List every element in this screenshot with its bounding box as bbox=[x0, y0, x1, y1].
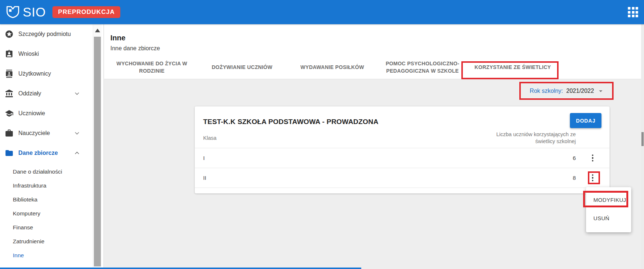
liczba-cell: 6 bbox=[484, 155, 576, 161]
bottom-blue-strip bbox=[0, 268, 361, 269]
sidebar-subitem-finanse[interactable]: Finanse bbox=[0, 221, 103, 235]
chevron-down-icon bbox=[73, 130, 81, 137]
menu-item-modyfikuj[interactable]: MODYFIKUJ bbox=[586, 191, 631, 208]
sidebar-nav: Szczegóły podmiotu Wnioski Użytkownicy O… bbox=[0, 24, 104, 269]
sidebar-submenu-dane-zbiorcze: Dane o działalności Infrastruktura Bibli… bbox=[0, 165, 103, 262]
school-card-title: TEST-K.K SZKOŁA PODSTAWOWA - PROWADZONA bbox=[203, 118, 378, 126]
chevron-up-icon bbox=[73, 149, 81, 157]
sidebar-item-wnioski[interactable]: Wnioski bbox=[0, 44, 103, 64]
sidebar-scrollbar-thumb[interactable] bbox=[94, 37, 101, 266]
page-scrollbar-thumb[interactable] bbox=[641, 132, 644, 146]
tab-pomoc-psychologiczno-pedagogiczna[interactable]: POMOC PSYCHOLOGICZNO-PEDAGOGICZNA W SZKO… bbox=[377, 55, 468, 79]
table-row: II 8 bbox=[195, 168, 610, 188]
dodaj-button[interactable]: DODAJ bbox=[570, 113, 601, 128]
tab-bar: WYCHOWANIE DO ŻYCIA W RODZINIE DOŻYWIANI… bbox=[107, 55, 558, 79]
klasa-cell: II bbox=[195, 175, 484, 181]
school-data-card: TEST-K.K SZKOŁA PODSTAWOWA - PROWADZONA … bbox=[195, 106, 610, 193]
folder-icon bbox=[5, 149, 14, 157]
sidebar-item-dane-zbiorcze[interactable]: Dane zbiorcze bbox=[0, 143, 103, 163]
klasa-cell: I bbox=[195, 155, 484, 161]
sidebar-item-uczniowie[interactable]: Uczniowie bbox=[0, 103, 103, 123]
sidebar-item-oddzialy[interactable]: Oddziały bbox=[0, 84, 103, 103]
liczba-cell: 8 bbox=[484, 175, 576, 181]
row-2-kebab-menu-icon[interactable] bbox=[587, 172, 598, 184]
sidebar-item-uzytkownicy[interactable]: Użytkownicy bbox=[0, 64, 103, 84]
chevron-down-icon bbox=[73, 90, 81, 97]
scroll-up-arrow-icon[interactable] bbox=[95, 29, 100, 32]
sidebar-item-label: Szczegóły podmiotu bbox=[18, 31, 71, 37]
contact-card-icon bbox=[5, 69, 14, 78]
sidebar-item-label: Dane zbiorcze bbox=[18, 150, 58, 156]
page-header: Inne Inne dane zbiorcze WYCHOWANIE DO ŻY… bbox=[104, 24, 641, 79]
sidebar-subitem-infrastruktura[interactable]: Infrastruktura bbox=[0, 179, 103, 193]
graduation-cap-icon bbox=[5, 109, 14, 118]
sidebar-item-label: Nauczyciele bbox=[18, 130, 50, 137]
sidebar-item-label: Użytkownicy bbox=[18, 70, 51, 77]
apps-grid-icon[interactable] bbox=[628, 7, 638, 17]
tab-dozywianie-uczniow[interactable]: DOŻYWIANIE UCZNIÓW bbox=[197, 55, 287, 79]
briefcase-icon bbox=[5, 129, 14, 138]
sidebar-item-label: Uczniowie bbox=[18, 110, 45, 117]
assignment-person-icon bbox=[5, 50, 14, 58]
tab-korzystanie-ze-swietlicy[interactable]: KORZYSTANIE ZE ŚWIETLICY bbox=[468, 55, 558, 79]
rok-szkolny-label: Rok szkolny: bbox=[530, 88, 563, 94]
sidebar-subitem-komputery[interactable]: Komputery bbox=[0, 207, 103, 221]
sidebar-item-szczegoly-podmiotu[interactable]: Szczegóły podmiotu bbox=[0, 24, 103, 44]
sidebar-subitem-inne[interactable]: Inne bbox=[0, 248, 103, 262]
sio-logo[interactable]: SIO bbox=[5, 4, 46, 20]
column-header-klasa: Klasa bbox=[195, 135, 484, 141]
column-header-liczba: Liczba uczniów korzystających ze świetli… bbox=[484, 131, 576, 145]
page-title: Inne bbox=[110, 34, 125, 42]
table-row: I 6 bbox=[195, 148, 610, 168]
top-app-bar: SIO PREPRODUKCJA bbox=[0, 0, 644, 24]
row-1-kebab-menu-icon[interactable] bbox=[587, 152, 598, 164]
environment-badge: PREPRODUKCJA bbox=[52, 6, 120, 18]
sidebar-item-nauczyciele[interactable]: Nauczyciele bbox=[0, 123, 103, 143]
dropdown-caret-icon bbox=[597, 87, 605, 95]
sidebar-item-label: Oddziały bbox=[18, 90, 41, 97]
sidebar-scrollbar[interactable] bbox=[93, 24, 102, 269]
star-circle-icon bbox=[5, 30, 14, 39]
sidebar-subitem-dane-o-dzialalnosci[interactable]: Dane o działalności bbox=[0, 165, 103, 179]
table-header-row: Klasa Liczba uczniów korzystających ze ś… bbox=[195, 128, 610, 148]
tab-wydawanie-posilkow[interactable]: WYDAWANIE POSIŁKÓW bbox=[287, 55, 377, 79]
rok-szkolny-filter[interactable]: Rok szkolny: 2021/2022 bbox=[521, 82, 614, 99]
sidebar-subitem-zatrudnienie[interactable]: Zatrudnienie bbox=[0, 235, 103, 248]
tab-wychowanie-do-zycia-w-rodzinie[interactable]: WYCHOWANIE DO ŻYCIA W RODZINIE bbox=[107, 55, 197, 79]
rok-szkolny-value: 2021/2022 bbox=[566, 88, 594, 94]
bank-icon bbox=[5, 89, 14, 98]
sidebar-subitem-biblioteka[interactable]: Biblioteka bbox=[0, 193, 103, 207]
page-subtitle: Inne dane zbiorcze bbox=[110, 45, 160, 52]
sidebar-item-label: Wnioski bbox=[18, 51, 39, 57]
page-scrollbar[interactable] bbox=[641, 24, 644, 269]
sio-book-logo-icon bbox=[5, 4, 21, 20]
row-context-menu: MODYFIKUJ USUŃ bbox=[586, 187, 631, 232]
table-bottom-divider bbox=[195, 188, 610, 188]
menu-item-usun[interactable]: USUŃ bbox=[586, 208, 631, 228]
logo-text: SIO bbox=[23, 5, 46, 19]
